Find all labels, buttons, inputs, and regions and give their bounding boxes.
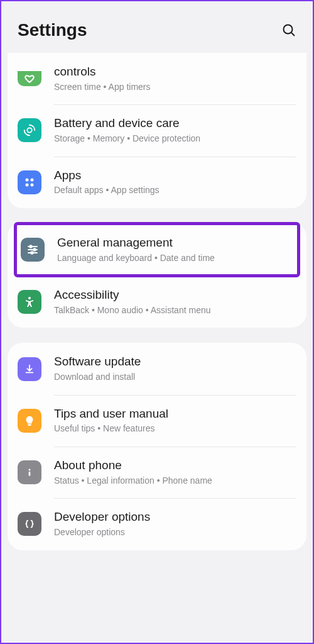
item-subtitle: Status • Legal information • Phone name (54, 475, 296, 487)
settings-group: General management Language and keyboard… (8, 222, 306, 328)
item-title: Battery and device care (54, 116, 296, 131)
settings-item-battery-care[interactable]: Battery and device care Storage • Memory… (18, 104, 296, 156)
settings-item-software-update[interactable]: Software update Download and install (18, 343, 296, 394)
care-icon (18, 118, 41, 142)
svg-point-2 (27, 128, 31, 133)
item-text: About phone Status • Legal information •… (54, 458, 296, 487)
item-text: Developer options Developer options (54, 509, 296, 538)
item-text: Software update Download and install (54, 354, 296, 383)
item-title: General management (57, 235, 293, 251)
item-subtitle: Useful tips • New features (54, 423, 296, 435)
item-title: Tips and user manual (54, 406, 296, 422)
search-button[interactable] (281, 23, 296, 38)
item-subtitle: Language and keyboard • Date and time (57, 252, 293, 265)
svg-point-12 (31, 252, 33, 254)
item-text: Tips and user manual Useful tips • New f… (54, 406, 296, 435)
item-subtitle: TalkBack • Mono audio • Assistant menu (54, 304, 296, 317)
item-subtitle: Developer options (54, 526, 296, 539)
item-text: Accessibility TalkBack • Mono audio • As… (54, 287, 296, 316)
svg-rect-15 (29, 472, 31, 476)
item-subtitle: Download and install (54, 371, 296, 384)
item-title: controls (54, 64, 296, 80)
item-subtitle: Screen time • App timers (54, 81, 296, 94)
search-icon (281, 23, 296, 38)
settings-item-general-management[interactable]: General management Language and keyboard… (21, 235, 293, 264)
item-title: Software update (54, 354, 296, 370)
item-text: Apps Default apps • App settings (54, 168, 296, 197)
item-title: Apps (54, 168, 296, 184)
item-text: Battery and device care Storage • Memory… (54, 116, 296, 145)
settings-item-about-phone[interactable]: About phone Status • Legal information •… (18, 447, 296, 498)
svg-point-5 (26, 183, 29, 186)
svg-point-3 (26, 178, 29, 181)
lightbulb-icon (18, 409, 41, 433)
svg-point-4 (31, 178, 34, 181)
accessibility-icon (18, 290, 41, 314)
svg-point-14 (29, 469, 31, 471)
svg-point-13 (28, 297, 31, 299)
item-text: General management Language and keyboard… (57, 235, 293, 264)
item-title: About phone (54, 458, 296, 474)
item-title: Accessibility (54, 287, 296, 303)
svg-point-6 (31, 183, 34, 186)
header: Settings (1, 1, 313, 53)
item-subtitle: Storage • Memory • Device protection (54, 133, 296, 145)
heart-icon (18, 71, 41, 86)
settings-item-apps[interactable]: Apps Default apps • App settings (18, 157, 296, 208)
item-title: Developer options (54, 509, 296, 525)
settings-item-controls[interactable]: controls Screen time • App timers (18, 53, 296, 104)
settings-group: controls Screen time • App timers Batter… (8, 53, 306, 208)
item-text: controls Screen time • App timers (54, 64, 296, 93)
update-icon (18, 357, 41, 381)
sliders-icon (21, 238, 45, 262)
item-subtitle: Default apps • App settings (54, 184, 296, 197)
svg-point-10 (33, 248, 36, 251)
developer-icon (18, 512, 41, 536)
svg-point-8 (30, 245, 32, 248)
info-icon (18, 460, 41, 484)
settings-item-developer-options[interactable]: Developer options Developer options (18, 498, 296, 550)
apps-icon (18, 170, 41, 194)
svg-line-1 (291, 33, 295, 36)
settings-group: Software update Download and install Tip… (8, 343, 306, 550)
settings-item-accessibility[interactable]: Accessibility TalkBack • Mono audio • As… (18, 276, 296, 328)
page-title: Settings (18, 20, 87, 40)
highlight-annotation: General management Language and keyboard… (14, 222, 300, 277)
settings-item-tips[interactable]: Tips and user manual Useful tips • New f… (18, 395, 296, 447)
svg-point-0 (284, 25, 293, 34)
